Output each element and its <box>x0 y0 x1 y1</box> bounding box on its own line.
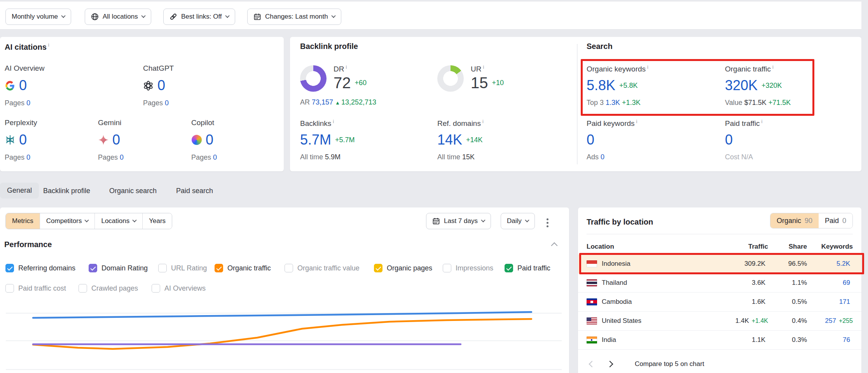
dr-delta: +60 <box>355 79 367 87</box>
organic-keywords-delta: +5.8K <box>619 82 638 90</box>
backlinks-label[interactable]: Backlinks <box>300 119 355 128</box>
checkbox-box <box>374 264 382 272</box>
tab-paid-search[interactable]: Paid search <box>176 187 213 195</box>
share-value: 0.5% <box>768 298 807 306</box>
checkbox-paid-traffic-cost[interactable]: Paid traffic cost <box>5 284 66 293</box>
monthly-volume-label: Monthly volume <box>12 13 58 21</box>
checkbox-ai-overviews[interactable]: AI Overviews <box>152 284 206 293</box>
chevron-down-icon <box>331 13 335 17</box>
pager-next-icon[interactable] <box>607 361 613 368</box>
checkbox-crawled-pages[interactable]: Crawled pages <box>79 284 138 293</box>
monthly-volume-dropdown[interactable]: Monthly volume <box>5 9 71 25</box>
tab-general[interactable]: General <box>0 183 39 199</box>
organic-traffic-value[interactable]: 320K <box>725 77 758 94</box>
google-icon <box>5 80 15 91</box>
checkbox-label: Paid traffic <box>517 264 550 272</box>
tab-backlink-profile[interactable]: Backlink profile <box>43 187 90 195</box>
keywords-link[interactable]: 69 <box>843 279 850 286</box>
pages-value-link[interactable]: 0 <box>120 153 124 161</box>
pages-label: Pages <box>5 153 24 161</box>
checkbox-referring-domains[interactable]: Referring domains <box>5 264 75 272</box>
date-range-dropdown[interactable]: Last 7 days <box>426 213 491 229</box>
pages-value-link[interactable]: 0 <box>165 99 169 107</box>
perplexity-icon <box>5 135 15 145</box>
checkbox-organic-traffic[interactable]: Organic traffic <box>215 264 271 272</box>
keywords-link[interactable]: 76 <box>843 336 850 343</box>
changes-period-dropdown[interactable]: Changes: Last month <box>247 9 341 25</box>
ads-value-link[interactable]: 0 <box>601 153 604 161</box>
header-keywords[interactable]: Keywords <box>807 243 853 251</box>
traffic-by-location-title: Traffic by location <box>587 218 653 227</box>
locations-filter-label: All locations <box>103 13 138 21</box>
keywords-link[interactable]: 5.2K <box>837 260 850 267</box>
globe-icon <box>91 13 99 21</box>
india-flag-icon <box>587 336 597 343</box>
table-row-india[interactable]: India 1.1K 0.3% 76 <box>578 331 861 350</box>
pager-prev-icon[interactable] <box>589 361 596 368</box>
table-row-thailand[interactable]: Thailand 3.6K 1.1% 69 <box>578 274 861 293</box>
organic-keywords-value[interactable]: 5.8K <box>587 77 615 94</box>
pages-label: Pages <box>5 99 24 107</box>
pages-value-link[interactable]: 0 <box>26 153 30 161</box>
ref-domains-value[interactable]: 14K <box>437 132 462 148</box>
organic-keywords-label[interactable]: Organic keywords <box>587 64 648 73</box>
header-location[interactable]: Location <box>587 243 704 251</box>
backlinks-value[interactable]: 5.7M <box>300 132 331 148</box>
checkbox-organic-traffic-value[interactable]: Organic traffic value <box>285 264 360 272</box>
checkbox-impressions[interactable]: Impressions <box>443 264 493 272</box>
chevron-down-icon <box>61 13 65 17</box>
toggle-organic[interactable]: Organic90 <box>770 213 819 228</box>
checkbox-paid-traffic[interactable]: Paid traffic <box>505 264 550 272</box>
toggle-paid[interactable]: Paid0 <box>819 213 852 228</box>
checkbox-organic-pages[interactable]: Organic pages <box>374 264 432 272</box>
ads-label: Ads <box>587 153 599 161</box>
segment-locations[interactable]: Locations <box>95 213 143 229</box>
header-share[interactable]: Share <box>768 243 807 251</box>
ur-donut <box>437 65 464 92</box>
granularity-dropdown[interactable]: Daily <box>501 213 535 229</box>
segment-years[interactable]: Years <box>143 213 172 229</box>
pages-value-link[interactable]: 0 <box>26 99 30 107</box>
chatgpt-value: 0 <box>157 77 165 94</box>
table-row-indonesia[interactable]: Indonesia 309.2K 96.5% 5.2K <box>578 254 861 274</box>
collapse-chevron-icon[interactable] <box>551 242 558 249</box>
paid-keywords-value: 0 <box>587 132 594 148</box>
top3-delta: +1.3K <box>622 99 641 106</box>
ar-value-link[interactable]: 73,157 <box>312 98 333 106</box>
best-links-dropdown[interactable]: Best links: Off <box>163 9 235 25</box>
search-title: Search <box>587 42 613 51</box>
location-name: Indonesia <box>602 260 630 268</box>
checkbox-domain-rating[interactable]: Domain Rating <box>89 264 148 272</box>
tab-organic-search[interactable]: Organic search <box>109 187 157 195</box>
changes-period-label: Changes: Last month <box>265 13 328 21</box>
top3-value-link[interactable]: 1.3K <box>606 99 620 106</box>
checkbox-url-rating[interactable]: URL Rating <box>158 264 207 272</box>
keywords-link[interactable]: 171 <box>839 298 850 305</box>
copilot-cell: Copilot 0 Pages 0 <box>191 119 217 162</box>
organic-traffic-label[interactable]: Organic traffic <box>725 64 791 73</box>
traffic-value: 1.4K <box>735 317 749 324</box>
checkbox-box <box>79 284 87 293</box>
paid-keywords-cell: Paid keywords 0 Ads 0 <box>587 119 637 161</box>
segment-competitors[interactable]: Competitors <box>40 213 95 229</box>
segment-metrics[interactable]: Metrics <box>6 213 40 229</box>
paid-keywords-label[interactable]: Paid keywords <box>587 119 637 128</box>
table-row-cambodia[interactable]: Cambodia 1.6K 0.5% 171 <box>578 293 861 312</box>
paid-traffic-label[interactable]: Paid traffic <box>725 119 762 128</box>
performance-chart <box>0 295 569 373</box>
section-divider <box>577 44 578 164</box>
dr-block: DR 72 +60 <box>334 64 367 92</box>
dr-label[interactable]: DR <box>334 64 367 73</box>
ur-label[interactable]: UR <box>471 64 504 73</box>
dr-donut <box>300 65 327 92</box>
table-row-united-states[interactable]: United States 1.4K+1.4K 0.4% 257+255 <box>578 312 861 331</box>
cost-label: Cost <box>725 153 739 161</box>
checkbox-label: Impressions <box>456 264 493 272</box>
pages-value-link[interactable]: 0 <box>213 153 217 161</box>
more-options-kebab-icon[interactable] <box>543 215 552 230</box>
checkbox-box <box>89 264 97 272</box>
ref-domains-label[interactable]: Ref. domains <box>437 119 484 128</box>
keywords-link[interactable]: 257 <box>825 317 836 324</box>
locations-filter-dropdown[interactable]: All locations <box>85 9 151 25</box>
header-traffic[interactable]: Traffic <box>704 243 768 251</box>
